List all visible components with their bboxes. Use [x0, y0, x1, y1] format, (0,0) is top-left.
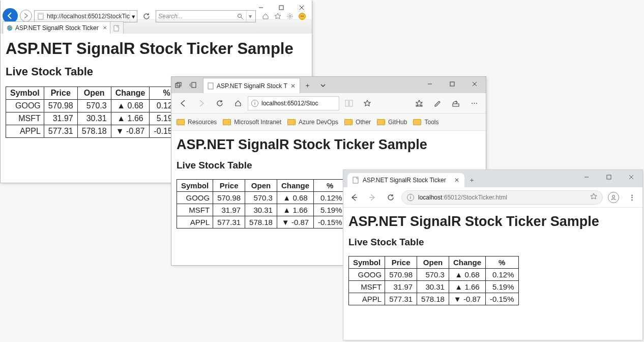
favorites-bar-icon[interactable]: [411, 95, 428, 111]
chrome-window-controls: [575, 170, 642, 184]
bookmark-item[interactable]: Other: [344, 119, 371, 126]
page-icon: [208, 82, 214, 90]
svg-rect-21: [177, 82, 181, 86]
svg-rect-29: [349, 100, 353, 106]
page-title: ASP.NET SignalR Stock Ticker Sample: [348, 214, 637, 230]
svg-line-13: [288, 14, 288, 15]
search-icon[interactable]: [236, 13, 244, 19]
svg-line-14: [291, 18, 292, 18]
bookmark-item[interactable]: Microsoft Intranet: [223, 119, 281, 126]
folder-icon: [177, 119, 185, 125]
ie-logo-icon: [6, 24, 13, 32]
folder-icon: [344, 119, 353, 125]
table-row: APPL 577.31 578.18 ▼ -0.87 -0.15%: [6, 125, 184, 138]
bookmark-star-icon[interactable]: [590, 193, 597, 202]
set-aside-icon[interactable]: [186, 82, 200, 88]
minimize-button[interactable]: [575, 170, 598, 184]
forward-button[interactable]: [193, 95, 210, 111]
table-row: GOOG 570.98 570.3 ▲ 0.68 0.12%: [6, 100, 184, 112]
tab-label: ASP.NET SignalR Stock Ticker: [363, 177, 446, 184]
forward-button[interactable]: [20, 10, 32, 22]
svg-rect-23: [208, 83, 213, 89]
folder-icon: [223, 119, 231, 125]
tab-stock-ticker[interactable]: ASP.NET SignalR Stock Ticker ✕: [3, 21, 110, 34]
close-tab-icon[interactable]: ✕: [103, 25, 107, 31]
search-box[interactable]: Search... ▾: [156, 10, 256, 22]
favorite-icon[interactable]: [359, 95, 376, 111]
address-bar[interactable]: i localhost:65012/Stoc: [248, 96, 339, 110]
tab-label: ASP.NET SignalR Stock T: [217, 82, 287, 90]
chrome-window: ASP.NET SignalR Stock Ticker ✕ ＋ i local…: [343, 169, 643, 340]
site-info-icon[interactable]: i: [251, 100, 258, 107]
page-icon: [37, 12, 45, 20]
edge-tab-strip: ASP.NET SignalR Stock T ✕ ＋: [203, 77, 331, 93]
reading-view-icon[interactable]: [340, 95, 358, 111]
refresh-button[interactable]: [383, 190, 398, 205]
address-bar[interactable]: http://localhost:65012/StockTic ▾: [34, 10, 137, 22]
new-tab-button[interactable]: [110, 21, 124, 34]
down-arrow-icon: ▼: [116, 127, 124, 135]
close-tab-icon[interactable]: ✕: [454, 177, 459, 184]
svg-point-8: [289, 15, 291, 17]
maximize-button[interactable]: [271, 1, 291, 14]
new-tab-button[interactable]: ＋: [300, 78, 315, 93]
page-content: ASP.NET SignalR Stock Ticker Sample Live…: [343, 208, 642, 309]
tab-stock-ticker[interactable]: ASP.NET SignalR Stock T ✕: [203, 78, 300, 93]
up-arrow-icon: ▲: [117, 101, 125, 110]
notes-icon[interactable]: [429, 95, 446, 111]
refresh-button[interactable]: [139, 10, 154, 22]
new-tab-button[interactable]: ＋: [464, 173, 479, 187]
stock-table: Symbol Price Open Change % GOOG570.98570…: [177, 179, 347, 229]
svg-rect-20: [175, 83, 180, 88]
site-info-icon[interactable]: i: [407, 194, 414, 201]
tab-preview-icon[interactable]: [171, 82, 186, 88]
table-row: MSFT31.9730.31▲ 1.665.19%: [177, 204, 347, 216]
page-title: ASP.NET SignalR Stock Ticker Sample: [177, 137, 481, 153]
page-title: ASP.NET SignalR Stock Ticker Sample: [6, 40, 307, 58]
address-bar[interactable]: i localhost:65012/StockTicker.html: [401, 190, 603, 205]
ie-window-controls: [251, 1, 312, 14]
table-row: APPL577.31578.18▼ -0.87-0.15%: [349, 293, 519, 305]
close-button[interactable]: [463, 77, 486, 91]
close-button[interactable]: [291, 1, 312, 14]
share-icon[interactable]: [447, 95, 464, 111]
table-row: MSFT 31.97 30.31 ▲ 1.66 5.19%: [6, 112, 184, 125]
stock-table: Symbol Price Open Change % GOOG 570.98 5…: [6, 87, 184, 138]
close-tab-icon[interactable]: ✕: [290, 82, 296, 90]
maximize-button[interactable]: [598, 170, 620, 184]
maximize-button[interactable]: [441, 77, 463, 91]
search-placeholder: Search...: [158, 13, 183, 20]
menu-button[interactable]: ⋮: [624, 190, 639, 205]
url-dropdown-icon[interactable]: ▾: [130, 11, 137, 22]
tab-stock-ticker[interactable]: ASP.NET SignalR Stock Ticker ✕: [347, 173, 464, 187]
bookmark-item[interactable]: Azure DevOps: [287, 119, 338, 126]
svg-rect-1: [279, 6, 283, 10]
folder-icon: [377, 119, 385, 125]
back-button[interactable]: [174, 95, 192, 111]
svg-rect-25: [450, 82, 454, 86]
minimize-button[interactable]: [419, 77, 441, 91]
minimize-button[interactable]: [251, 1, 271, 14]
svg-rect-19: [114, 25, 119, 31]
bookmark-item[interactable]: Resources: [177, 119, 217, 126]
chrome-navbar: i localhost:65012/StockTicker.html ⋮: [343, 187, 642, 208]
tab-label: ASP.NET SignalR Stock Ticker: [15, 24, 99, 32]
refresh-button[interactable]: [211, 95, 228, 111]
svg-rect-28: [345, 100, 348, 106]
svg-rect-36: [607, 175, 611, 179]
back-button[interactable]: [346, 190, 362, 205]
table-row: GOOG570.98570.3▲ 0.680.12%: [349, 269, 519, 281]
svg-rect-34: [353, 177, 358, 183]
svg-line-7: [241, 17, 243, 19]
svg-rect-33: [453, 104, 459, 106]
bookmark-item[interactable]: GitHub: [377, 119, 407, 126]
close-button[interactable]: [620, 170, 642, 184]
bookmark-item[interactable]: Tools: [413, 119, 438, 126]
tab-chevron-icon[interactable]: [315, 78, 331, 93]
home-button[interactable]: [229, 95, 247, 111]
menu-icon[interactable]: ⋯: [465, 95, 483, 111]
up-arrow-icon: ▲: [117, 114, 125, 123]
svg-rect-5: [38, 13, 43, 15]
forward-button[interactable]: [365, 190, 380, 205]
profile-button[interactable]: [606, 190, 621, 205]
